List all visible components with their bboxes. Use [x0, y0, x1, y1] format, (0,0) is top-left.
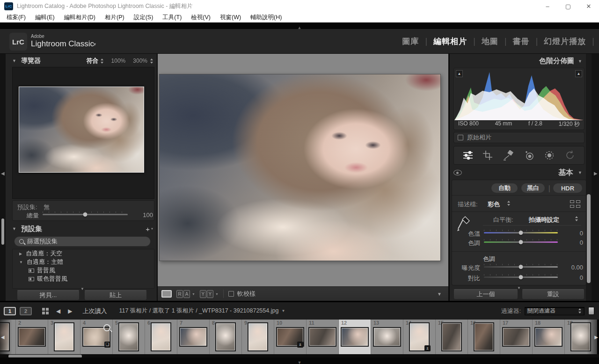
slider-knob[interactable]: [519, 231, 523, 235]
module-tab-3[interactable]: 地圖: [482, 36, 498, 47]
chevron-down-icon[interactable]: ▼: [192, 292, 195, 296]
stack-badge-icon[interactable]: ❏: [104, 342, 110, 348]
top-panel-collapse-strip[interactable]: ▲: [0, 22, 599, 29]
bw-button[interactable]: 黑白: [521, 183, 545, 193]
thumbnail-image[interactable]: [118, 322, 139, 351]
main-photo[interactable]: [159, 74, 441, 261]
filmstrip-scroll-left-icon[interactable]: ◀: [1, 335, 5, 340]
navigator-preview-image[interactable]: [19, 87, 144, 173]
soft-proof-checkbox[interactable]: [228, 291, 234, 297]
preset-row[interactable]: 暖色普普風: [13, 275, 154, 283]
menu-item[interactable]: 相片(P): [100, 12, 129, 22]
filmstrip-cell-13[interactable]: 13: [371, 320, 403, 354]
panel-expand-icon[interactable]: ▼: [578, 170, 582, 175]
left-panel-rail[interactable]: ◀: [0, 54, 6, 301]
amount-slider-knob[interactable]: [83, 212, 88, 217]
maximize-button[interactable]: ▢: [558, 0, 578, 12]
adjust-sliders-icon[interactable]: [462, 150, 474, 160]
module-tab-5[interactable]: 幻燈片播放: [544, 36, 586, 47]
yy-left-button[interactable]: Y: [200, 290, 206, 298]
chevron-down-icon[interactable]: ▼: [215, 292, 219, 296]
paste-button[interactable]: 貼上: [84, 290, 147, 300]
navigator-zoom-100[interactable]: 100%: [111, 58, 126, 64]
filmstrip-info[interactable]: 117 張相片 / 選取了 1 張相片 / _WTP8317 - 3921087…: [119, 307, 278, 315]
filmstrip-cell-10[interactable]: 10±: [274, 320, 307, 354]
yy-right-button[interactable]: Y: [207, 290, 213, 298]
profile-value[interactable]: 彩色: [488, 200, 500, 209]
crop-icon[interactable]: [482, 150, 494, 160]
menu-item[interactable]: 輔助說明(H): [246, 12, 286, 22]
slider-tint[interactable]: [484, 240, 558, 245]
slider-exposure[interactable]: [484, 265, 558, 269]
amount-slider[interactable]: [43, 212, 128, 217]
filmstrip-cell-5[interactable]: 5: [113, 320, 145, 354]
back-arrow-icon[interactable]: ◀: [56, 308, 60, 314]
thumbnail-image[interactable]: [502, 327, 530, 347]
navigator-zoom-300[interactable]: 300%: [133, 58, 147, 64]
thumbnail-image[interactable]: [441, 322, 462, 351]
slider-knob[interactable]: [519, 275, 523, 279]
previous-button[interactable]: 上一個: [453, 289, 518, 299]
preset-row[interactable]: ▶自適應：天空: [13, 249, 154, 258]
thumbnail-image[interactable]: [341, 327, 369, 347]
left-scrollbar-thumb[interactable]: [1, 218, 4, 245]
histogram-header[interactable]: 色階分佈圖 ▼: [539, 57, 582, 66]
menu-item[interactable]: 設定(S): [129, 12, 158, 22]
panel-visibility-eye-icon[interactable]: [453, 170, 462, 175]
hdr-button[interactable]: HDR: [553, 183, 582, 193]
masking-icon[interactable]: [544, 150, 555, 160]
before-after-buttons[interactable]: R A ▼: [176, 290, 195, 298]
thumbnail-image[interactable]: [534, 327, 562, 347]
zoom-updown-icon[interactable]: [150, 58, 153, 64]
module-tab-1[interactable]: 圖庫: [402, 36, 419, 47]
navigator-fit-option[interactable]: 符合: [87, 57, 99, 65]
before-view-button[interactable]: R: [176, 290, 183, 298]
loupe-view-icon[interactable]: [161, 290, 172, 298]
circular-arrows-icon[interactable]: [564, 150, 576, 160]
filmstrip-source[interactable]: 上次讀入: [82, 307, 107, 315]
forward-arrow-icon[interactable]: ▶: [68, 308, 72, 314]
divider-caret-icon[interactable]: ▼: [80, 287, 84, 291]
filmstrip-cell-9[interactable]: 9: [242, 320, 274, 354]
filmstrip-cell-2[interactable]: 2: [16, 320, 48, 354]
right-panel-rail[interactable]: ▶: [592, 54, 599, 301]
zoom-badge-icon[interactable]: [103, 324, 110, 331]
preset-search-input[interactable]: 篩選預設集: [14, 236, 151, 247]
menu-item[interactable]: 編輯(E): [30, 12, 59, 22]
toolbar-options-icon[interactable]: ▼: [437, 291, 442, 297]
group-expand-icon[interactable]: ▶: [19, 252, 22, 256]
profile-browser-icon[interactable]: [570, 200, 580, 208]
bottom-panel-collapse-strip[interactable]: ▼: [0, 357, 599, 364]
panel-expand-icon[interactable]: ▼: [12, 226, 16, 231]
filmstrip-cell-17[interactable]: 17: [500, 320, 533, 354]
filmstrip-cell-14[interactable]: 14±: [403, 320, 436, 354]
menu-item[interactable]: 檔案(F): [2, 12, 30, 22]
histogram-canvas[interactable]: ▲ ▲: [454, 69, 584, 121]
filter-dropdown[interactable]: 關閉過濾器: [525, 307, 584, 315]
grid-view-icon[interactable]: [42, 308, 49, 314]
chevron-down-icon[interactable]: ▼: [281, 309, 285, 313]
main-window-button[interactable]: 1: [4, 307, 16, 315]
filmstrip-cell-16[interactable]: 16: [468, 320, 500, 354]
panel-expand-icon[interactable]: ▼: [578, 59, 582, 64]
original-photo-row[interactable]: 原始相片: [453, 132, 584, 143]
group-expand-icon[interactable]: ▼: [19, 260, 23, 264]
after-view-button[interactable]: A: [183, 290, 190, 298]
adjustment-badge-icon[interactable]: ±: [424, 345, 431, 351]
add-preset-caret-icon[interactable]: ▼: [151, 227, 153, 230]
add-preset-icon[interactable]: +: [146, 225, 150, 233]
basic-panel-header[interactable]: 基本 ▼: [453, 167, 582, 179]
module-tab-2[interactable]: 編輯相片: [433, 36, 467, 47]
right-scrollbar[interactable]: [586, 54, 592, 301]
filmstrip-scroll-right-icon[interactable]: ▶: [594, 335, 598, 340]
navigator-header[interactable]: ▼ 導覽器 符合 100% 300%: [12, 56, 153, 66]
thumbnail-image[interactable]: [248, 322, 268, 351]
thumbnail-image[interactable]: [54, 322, 74, 351]
menu-item[interactable]: 檢視(V): [186, 12, 215, 22]
menu-item[interactable]: 視窗(W): [215, 12, 246, 22]
original-photo-checkbox[interactable]: [458, 135, 463, 140]
healing-icon[interactable]: [503, 150, 514, 160]
module-tab-4[interactable]: 書冊: [513, 36, 530, 47]
filmstrip-cell-15[interactable]: 15: [436, 320, 468, 354]
filmstrip-cell-18[interactable]: 18: [533, 320, 565, 354]
